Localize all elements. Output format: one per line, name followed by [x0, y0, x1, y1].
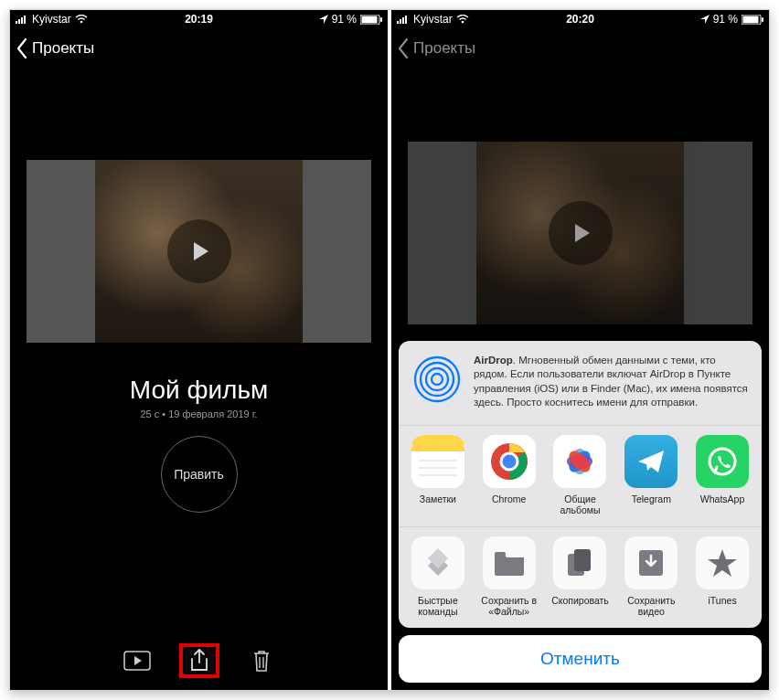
svg-rect-41: [574, 549, 591, 571]
notes-icon: [411, 435, 464, 488]
share-apps-row: Заметки Chrome: [399, 425, 762, 526]
play-icon: [167, 219, 231, 283]
airdrop-icon: [411, 354, 463, 405]
video-preview[interactable]: [27, 160, 371, 343]
edit-button[interactable]: Править: [161, 436, 238, 513]
action-save-video[interactable]: Сохранить видео: [615, 536, 687, 617]
phone-right: Kyivstar 20:20 91 % Проекты: [391, 10, 769, 690]
clock-label: 20:20: [391, 13, 769, 26]
action-copy[interactable]: Скопировать: [545, 536, 616, 617]
share-app-chrome[interactable]: Chrome: [474, 435, 545, 515]
clock-label: 20:19: [10, 13, 388, 26]
trash-button[interactable]: [247, 649, 276, 673]
bottom-toolbar: [10, 631, 388, 690]
nav-back[interactable]: Проекты: [391, 28, 769, 69]
photos-icon: [553, 435, 606, 488]
play-icon: [549, 201, 613, 265]
airdrop-text: AirDrop. Мгновенный обмен данными с теми…: [474, 354, 749, 410]
phone-left: Kyivstar 20:19 91 % Проекты: [10, 10, 388, 690]
chrome-icon: [483, 435, 536, 488]
project-title: Мой фильм: [10, 376, 388, 405]
svg-rect-39: [495, 552, 506, 557]
airdrop-section: AirDrop. Мгновенный обмен данными с теми…: [399, 341, 762, 425]
status-bar: Kyivstar 20:19 91 %: [10, 10, 388, 28]
nav-back-label: Проекты: [413, 39, 475, 58]
svg-point-38: [710, 449, 735, 474]
svg-rect-23: [411, 447, 464, 451]
action-itunes[interactable]: iTunes: [687, 536, 758, 617]
video-preview: [408, 142, 752, 324]
action-save-files[interactable]: Сохранить в «Файлы»: [474, 536, 545, 617]
project-meta: 25 с • 19 февраля 2019 г.: [10, 408, 388, 419]
share-app-telegram[interactable]: Telegram: [615, 435, 687, 515]
star-icon: [696, 536, 749, 589]
nav-back[interactable]: Проекты: [10, 28, 388, 69]
telegram-icon: [624, 435, 678, 488]
whatsapp-icon: [696, 435, 749, 488]
copy-icon: [553, 536, 606, 589]
chevron-left-icon: [16, 38, 28, 58]
svg-point-20: [415, 357, 459, 401]
status-bar: Kyivstar 20:20 91 %: [391, 10, 769, 28]
share-app-shared-albums[interactable]: Общие альбомы: [545, 435, 616, 515]
nav-back-label: Проекты: [32, 39, 94, 58]
share-app-whatsapp[interactable]: WhatsApp: [687, 435, 758, 515]
svg-point-17: [432, 374, 443, 385]
folder-icon: [483, 536, 536, 589]
cancel-button[interactable]: Отменить: [399, 635, 762, 683]
download-icon: [624, 536, 678, 589]
share-actions-row: Быстрые команды Сохранить в «Файлы» Скоп…: [399, 526, 762, 628]
play-button[interactable]: [123, 649, 152, 673]
action-shortcuts[interactable]: Быстрые команды: [402, 536, 474, 617]
share-sheet: AirDrop. Мгновенный обмен данными с теми…: [399, 341, 762, 683]
shortcuts-icon: [411, 536, 464, 589]
share-button[interactable]: [185, 649, 214, 673]
svg-point-18: [426, 368, 448, 390]
chevron-left-icon: [397, 38, 410, 58]
share-app-notes[interactable]: Заметки: [402, 435, 474, 515]
